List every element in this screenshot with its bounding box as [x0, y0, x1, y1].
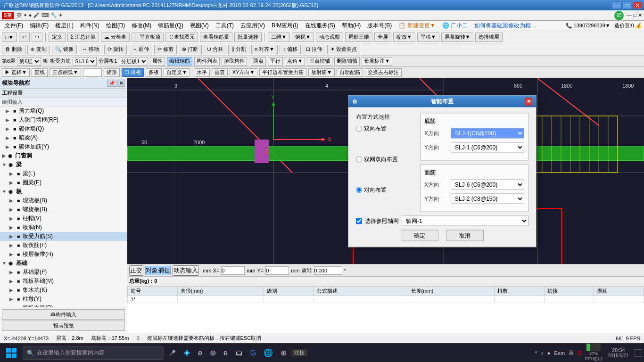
menu-new-change[interactable]: 📋 新建变更▼: [396, 21, 438, 31]
align-btn[interactable]: ≡ 对齐▼: [251, 45, 278, 54]
tree-item-raft[interactable]: ▶■筏板基础(M): [0, 277, 127, 286]
nav-section-draw[interactable]: 绘图输入: [0, 98, 127, 107]
menu-tools[interactable]: 工具(T): [213, 21, 237, 31]
bottom-y-select[interactable]: SLJ-1 (C6@200): [451, 142, 524, 153]
tree-item-spiral-plate[interactable]: ▶■螺旋板(B): [0, 205, 127, 214]
taskbar-chrome[interactable]: G: [248, 349, 259, 357]
confirm-button[interactable]: 确定: [401, 230, 438, 241]
vertical-btn[interactable]: 垂直: [212, 68, 228, 77]
taskbar-files[interactable]: 🗂: [232, 349, 246, 357]
menu-bim[interactable]: BIM应用(I): [269, 21, 301, 31]
sub-layer-select[interactable]: 分层板1: [119, 57, 148, 66]
delete-axis-btn[interactable]: 删除辅轴: [334, 57, 360, 66]
align-top-btn[interactable]: ≡ 平齐板顶: [132, 33, 163, 42]
tree-item-plate-hole[interactable]: ▶■板洞(N): [0, 223, 127, 232]
radial-btn[interactable]: 放射筋▼: [308, 68, 335, 77]
top-view-btn[interactable]: 俯视▼: [292, 33, 314, 42]
move-btn[interactable]: ↔ 移动: [79, 45, 102, 54]
orthogonal-btn[interactable]: 正交: [129, 265, 143, 276]
tree-item-column-pier[interactable]: ▶■柱墩(Y): [0, 295, 127, 304]
merge-btn[interactable]: ∪ 合并: [204, 45, 226, 54]
swap-mark-btn[interactable]: 交换左右标注: [365, 68, 402, 77]
break-btn[interactable]: ⊗ 打断: [179, 45, 201, 54]
single-plate-btn[interactable]: ☐ 单板: [122, 68, 144, 77]
2d-btn[interactable]: 二维▼: [268, 33, 290, 42]
sidebar-collapse[interactable]: ✕: [117, 80, 125, 87]
axis-checkbox[interactable]: [356, 218, 362, 224]
menu-help[interactable]: 帮助(H): [339, 21, 364, 31]
tree-item-column-cap[interactable]: ▶■柱帽(V): [0, 214, 127, 223]
datetime-display[interactable]: 20:34 2018/5/21: [608, 347, 629, 358]
split-btn[interactable]: ∥ 分割: [228, 45, 249, 54]
new-btn[interactable]: □▼: [2, 33, 17, 42]
define-btn[interactable]: 定义: [49, 33, 66, 42]
menu-rebar[interactable]: 钢筋量(Q): [155, 21, 186, 31]
tree-item-shear-wall[interactable]: ▶■剪力墙(Q): [0, 107, 127, 115]
menu-edit[interactable]: 编辑(E): [27, 21, 51, 31]
multi-plate-btn[interactable]: 多板: [146, 68, 162, 77]
three-point-axis-btn[interactable]: 三点铺轴: [307, 57, 332, 66]
single-input-btn[interactable]: 单构件输入: [2, 309, 125, 320]
component-list-btn[interactable]: 构件列表: [194, 57, 220, 66]
dynamic-view-btn[interactable]: 动态观察: [316, 33, 343, 42]
xy-dir-btn[interactable]: XY方向▼: [230, 68, 258, 77]
coord-x-input[interactable]: [221, 266, 245, 275]
tree-group-foundation[interactable]: ▼◉基础: [0, 259, 127, 268]
dynamic-input-btn[interactable]: 动态输入: [173, 265, 199, 276]
arc-btn[interactable]: 三点画弧▼: [50, 68, 81, 77]
pan-btn[interactable]: 平移▼: [417, 33, 439, 42]
face-x-select[interactable]: SLJ-6 (C6@200): [451, 180, 524, 190]
rebar-select[interactable]: SLJ-6: [73, 57, 97, 66]
tree-group-beam[interactable]: ▼◉梁: [0, 160, 127, 169]
stretch-btn[interactable]: ⊡ 拉伸: [303, 45, 325, 54]
cloud-check-btn[interactable]: ☁ 云检查: [101, 33, 130, 42]
view-rebar-btn[interactable]: 查看钢筋量: [200, 33, 232, 42]
rotate-btn[interactable]: ⟳ 旋转: [104, 45, 127, 54]
grip-btn[interactable]: ✦ 设置夹点: [327, 45, 360, 54]
undo-btn[interactable]: ↩: [19, 33, 30, 42]
cancel-button[interactable]: 取消: [446, 230, 484, 241]
rotate-input[interactable]: [314, 266, 342, 275]
taskbar-network[interactable]: 🌐: [261, 348, 276, 357]
tree-item-sump[interactable]: ▶■集水坑(K): [0, 286, 127, 295]
taskbar-search[interactable]: 🔍 在这里输入你要搜索的内容: [23, 346, 164, 360]
select-floor-btn[interactable]: 选择楼层: [475, 33, 503, 42]
menu-guangxiao[interactable]: 🌐 广小二: [439, 21, 471, 31]
tree-group-plate[interactable]: ▼◉板: [0, 187, 127, 196]
tree-item-ring-beam[interactable]: ▶■圈梁(E): [0, 178, 127, 187]
menu-modify[interactable]: 修改(M): [129, 21, 154, 31]
face-y-select[interactable]: SLJ-2 (C8@150): [451, 194, 524, 204]
parallel-edge-btn[interactable]: 平行边布置受力筋: [259, 68, 306, 77]
two-point-btn[interactable]: 两点: [251, 57, 266, 66]
menu-cloud[interactable]: 云应用(V): [238, 21, 268, 31]
mirror-btn[interactable]: 🔍 镜像: [52, 45, 77, 54]
show-desktop-btn[interactable]: [635, 349, 642, 357]
custom-btn[interactable]: 自定义▼: [164, 68, 190, 77]
tree-item-defense-wall[interactable]: ▶■人防门墙框(RF): [0, 115, 127, 124]
menu-draw[interactable]: 绘图(D): [103, 21, 128, 31]
tree-item-cast-plate[interactable]: ▶■现浇板(B): [0, 196, 127, 205]
tray-expand[interactable]: ^: [535, 350, 537, 356]
partial-3d-btn[interactable]: 局部三维: [345, 33, 372, 42]
tray-network2[interactable]: ●: [547, 350, 551, 356]
calc-btn[interactable]: Σ 汇总计算: [67, 33, 99, 42]
start-button[interactable]: [2, 345, 21, 362]
empty-input[interactable]: [83, 68, 102, 77]
tree-item-beam-l[interactable]: ▶■梁(L): [0, 169, 127, 178]
tree-item-neg-rebar[interactable]: ▶■板负筋(F): [0, 241, 127, 250]
menu-version[interactable]: 版本号(B): [364, 21, 395, 31]
tree-item-plate-rebar[interactable]: ▶■板受力筋(S): [0, 232, 127, 241]
tree-group-door[interactable]: ▶◉门窗洞: [0, 151, 127, 160]
sidebar-pin[interactable]: 📌: [107, 80, 116, 87]
copy-btn[interactable]: ⊕ 复制: [27, 45, 50, 54]
edit-rebar-btn[interactable]: 编辑钢筋: [167, 57, 192, 66]
angle-btn[interactable]: 点角▼: [285, 57, 305, 66]
coord-y-input[interactable]: [265, 266, 289, 275]
tree-item-raft-main[interactable]: ▶■筏板主筋(R): [0, 304, 127, 307]
taskbar-edge[interactable]: e: [195, 349, 205, 357]
property-btn[interactable]: 属性: [150, 57, 165, 66]
menu-help-text[interactable]: 如何将基础梁修改为框…: [471, 21, 539, 31]
menu-view[interactable]: 视图(V): [187, 21, 212, 31]
taskbar-app1[interactable]: ⊕: [278, 348, 289, 357]
batch-select-btn[interactable]: 批量选择: [234, 33, 262, 42]
